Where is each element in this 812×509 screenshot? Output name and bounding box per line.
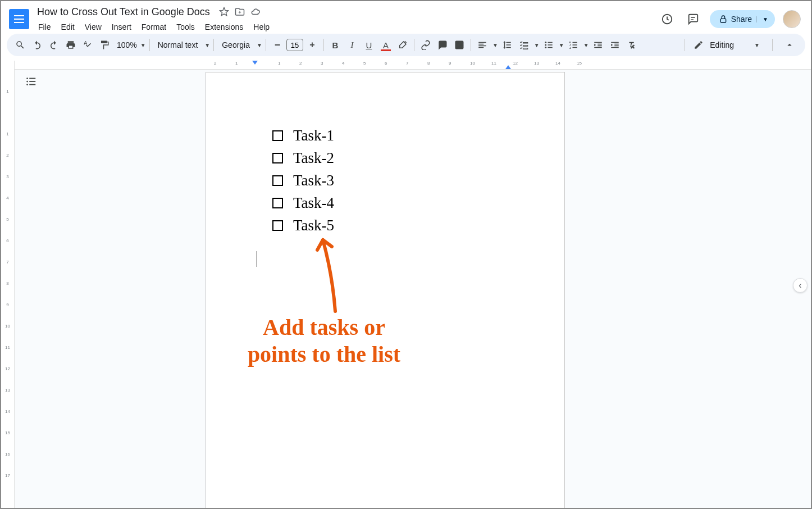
bold-icon[interactable]: B [327,37,343,53]
clear-format-icon[interactable] [624,37,640,53]
checklist-item-label: Task-3 [293,172,334,189]
annotation-line2: points to the list [206,341,442,368]
bulleted-list-icon[interactable] [541,37,556,53]
document-page[interactable]: Task-1Task-2Task-3Task-4Task-5 Add tasks… [206,72,565,509]
paint-format-icon[interactable] [97,37,112,53]
editing-mode-label[interactable]: Editing [710,40,734,49]
document-area[interactable]: 21123456789101112131415 Task-1Task-2Task… [15,61,811,509]
checkbox-icon[interactable] [272,153,283,163]
numbered-list-icon[interactable] [565,37,581,53]
share-label: Share [731,15,752,24]
checkbox-icon[interactable] [272,220,283,231]
print-icon[interactable] [63,37,79,53]
align-dropdown-icon[interactable]: ▼ [492,42,498,48]
checklist-item-label: Task-2 [293,149,334,167]
svg-rect-12 [29,84,35,85]
annotation-text: Add tasks or points to the list [206,314,442,368]
svg-point-4 [545,42,546,43]
spellcheck-icon[interactable] [80,37,95,53]
show-outline-icon[interactable] [25,75,37,90]
checklist-item-label: Task-4 [293,194,334,212]
insert-image-icon[interactable] [451,37,467,53]
checklist-icon[interactable] [516,37,532,53]
decrease-indent-icon[interactable] [590,37,606,53]
line-spacing-icon[interactable] [499,37,515,53]
checklist-item-label: Task-1 [293,127,334,144]
svg-point-9 [26,84,28,85]
editing-dropdown-icon[interactable]: ▼ [754,42,760,48]
svg-point-7 [26,78,28,79]
checkbox-icon[interactable] [272,130,283,141]
titlebar: How to Cross Out Text in Google Docs Fil… [1,1,811,34]
checklist-item[interactable]: Task-4 [272,192,334,214]
cloud-status-icon[interactable] [250,7,261,17]
svg-rect-1 [720,19,726,22]
workspace: 11234567891011121314151617 2112345678910… [1,61,811,509]
checklist-item[interactable]: Task-3 [272,169,334,192]
menu-edit[interactable]: Edit [57,20,79,34]
checklist: Task-1Task-2Task-3Task-4Task-5 [272,124,334,237]
svg-point-3 [457,43,458,44]
comment-icon[interactable] [684,10,702,28]
checkbox-icon[interactable] [272,175,283,186]
highlight-icon[interactable] [395,37,410,53]
numbered-dropdown-icon[interactable]: ▼ [583,42,589,48]
share-button[interactable]: Share ▼ [710,10,775,28]
paragraph-style[interactable]: Normal text [153,40,203,49]
collapse-toolbar-icon[interactable] [782,37,797,53]
font-size-input[interactable]: 15 [286,39,303,51]
checklist-dropdown-icon[interactable]: ▼ [534,42,540,48]
menu-format[interactable]: Format [137,20,171,34]
svg-rect-10 [29,78,35,79]
align-icon[interactable] [475,37,490,53]
style-dropdown-icon[interactable]: ▼ [204,42,210,48]
move-folder-icon[interactable] [235,7,245,17]
horizontal-ruler: 21123456789101112131415 [15,61,811,70]
history-icon[interactable] [658,10,676,28]
svg-point-5 [545,44,546,46]
editing-mode-icon[interactable] [691,37,706,53]
annotation-arrow [313,230,346,314]
font-dropdown-icon[interactable]: ▼ [257,42,262,48]
italic-icon[interactable]: I [344,37,360,53]
menu-extensions[interactable]: Extensions [200,20,248,34]
share-dropdown-icon[interactable]: ▼ [756,16,768,22]
side-panel-toggle-icon[interactable]: ‹ [793,278,808,293]
text-cursor [257,251,257,267]
checklist-item[interactable]: Task-1 [272,124,334,147]
annotation-line1: Add tasks or [206,314,442,341]
underline-icon[interactable]: U [361,37,377,53]
svg-point-8 [26,81,28,83]
svg-rect-11 [29,81,35,82]
star-icon[interactable] [219,7,229,17]
increase-font-icon[interactable]: + [304,37,320,53]
undo-icon[interactable] [29,37,45,53]
menubar: File Edit View Insert Format Tools Exten… [34,20,658,34]
menu-tools[interactable]: Tools [172,20,199,34]
toolbar: 100% ▼ Normal text ▼ Georgia ▼ − 15 + B … [7,34,805,56]
text-color-icon[interactable]: A [378,37,394,53]
zoom-dropdown-icon[interactable]: ▼ [140,42,146,48]
menu-insert[interactable]: Insert [107,20,136,34]
first-line-indent-marker[interactable] [252,61,258,65]
document-title[interactable]: How to Cross Out Text in Google Docs [34,5,213,19]
checklist-item[interactable]: Task-2 [272,147,334,169]
menu-help[interactable]: Help [249,20,274,34]
docs-logo-icon[interactable] [9,9,29,29]
zoom-label[interactable]: 100% [113,40,138,49]
decrease-font-icon[interactable]: − [270,37,285,53]
insert-link-icon[interactable] [418,37,434,53]
menu-file[interactable]: File [34,20,56,34]
user-avatar[interactable] [783,10,801,28]
bullet-dropdown-icon[interactable]: ▼ [559,42,564,48]
vertical-ruler: 11234567891011121314151617 [1,61,15,509]
add-comment-icon[interactable] [435,37,450,53]
font-family[interactable]: Georgia [217,40,254,49]
checkbox-icon[interactable] [272,198,283,208]
search-menus-icon[interactable] [12,37,28,53]
redo-icon[interactable] [46,37,62,53]
increase-indent-icon[interactable] [607,37,623,53]
menu-view[interactable]: View [80,20,106,34]
right-indent-marker[interactable] [505,65,511,69]
svg-point-6 [545,47,546,48]
